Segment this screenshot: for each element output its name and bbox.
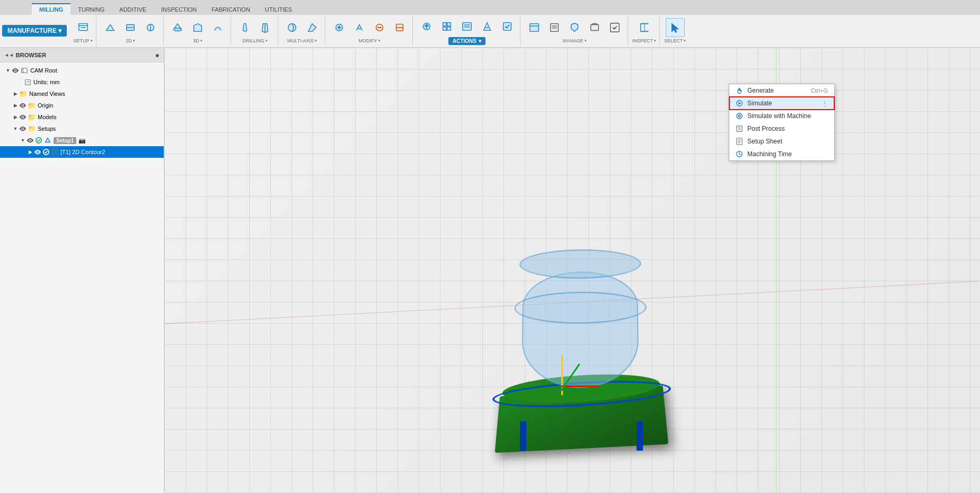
tab-additive[interactable]: ADDITIVE [112,4,154,15]
actions-icon4[interactable] [478,17,497,36]
setup-sheet-label: Setup Sheet [747,138,782,145]
machining-time-icon [736,150,743,158]
post-process-icon [736,125,743,132]
3d-icon1[interactable] [168,18,187,37]
modify-icon4[interactable] [390,18,409,37]
multiaxis-icon1[interactable] [282,18,302,37]
manage-group-label[interactable]: MANAGE▾ [562,38,586,43]
setup1-expand[interactable]: ▼ [19,138,27,143]
named-views-expand[interactable]: ▶ [12,91,19,96]
contour-eye[interactable] [34,148,41,156]
models-icon: 📁 [28,113,36,121]
dropdown-item-setup-sheet[interactable]: Setup Sheet [729,135,834,148]
tree-item-named-views[interactable]: ▶ 📁 Named Views [0,88,164,100]
actions-icon2[interactable] [437,17,456,36]
actions-dropdown: Generate Ctrl+G Simulate ⋮ Simulate with… [729,84,835,161]
actions-arrow: ▾ [479,38,481,44]
svg-rect-43 [25,79,30,85]
tab-inspection[interactable]: INSPECTION [154,4,204,15]
3d-icon2[interactable] [188,18,207,37]
3d-icon3[interactable] [208,18,227,37]
setup-group-label[interactable]: SETUP▾ [73,38,92,43]
modify-icon3[interactable] [370,18,389,37]
setups-eye[interactable] [19,125,27,132]
origin-label: Origin [38,102,53,109]
modify-icon1[interactable] [330,18,349,37]
manage-icon1[interactable] [525,18,544,37]
setup1-check[interactable] [35,137,42,144]
dropdown-item-post-process[interactable]: Post Process [729,122,834,135]
contour-expand[interactable]: ▶ [27,149,34,155]
manufacture-button[interactable]: MANUFACTURE ▾ [2,25,67,37]
toolbar: MILLING TURNING ADDITIVE INSPECTION FABR… [0,0,980,48]
manage-icon2[interactable] [545,18,564,37]
setups-expand[interactable]: ▼ [12,126,19,131]
svg-rect-20 [443,23,446,26]
svg-rect-23 [447,27,451,30]
2d-group-label[interactable]: 2D▾ [126,38,135,43]
tree-item-t1-contour[interactable]: ▶ [T1] 2D Contour2 [0,146,164,158]
select-group-label[interactable]: SELECT▾ [664,38,686,43]
2d-icon3[interactable] [141,18,160,37]
origin-eye[interactable] [19,102,27,109]
tree-item-setup1[interactable]: ▼ Setup1 📷 [0,135,164,146]
collapse-icon[interactable]: ◄◄ [4,52,14,58]
contour-check[interactable] [42,148,50,156]
drilling-group-label[interactable]: DRILLING▾ [242,38,268,43]
actions-icon1[interactable] [417,17,436,36]
models-expand[interactable]: ▶ [12,114,19,120]
multiaxis-group-label[interactable]: MULTI-AXIS▾ [287,38,317,43]
3d-object [468,239,680,451]
cam-root-expand[interactable]: ▼ [4,68,12,73]
tree-item-models[interactable]: ▶ 📁 Models [0,111,164,123]
2d-icon2[interactable] [121,18,140,37]
modify-icon2[interactable] [350,18,369,37]
tree-item-setups[interactable]: ▼ 📁 Setups [0,123,164,135]
actions-icon5[interactable] [498,17,517,36]
setup1-eye[interactable] [27,137,34,144]
svg-point-45 [22,105,24,106]
actions-button[interactable]: ACTIONS ▾ [448,37,485,45]
toolbar-group-select: SELECT▾ [661,15,689,46]
cam-root-label: CAM Root [30,67,57,74]
viewport[interactable]: Generate Ctrl+G Simulate ⋮ Simulate with… [164,48,980,493]
manage-icon3[interactable] [565,18,584,37]
select-icon[interactable] [666,18,685,37]
tree-item-cam-root[interactable]: ▼ CAM Root [0,65,164,76]
svg-marker-54 [738,102,741,104]
manage-icon4[interactable] [585,18,604,37]
drilling-icon2[interactable] [255,18,275,37]
tab-milling[interactable]: MILLING [32,3,70,15]
actions-icon3[interactable] [457,17,476,36]
tab-turning[interactable]: TURNING [70,4,112,15]
tab-fabrication[interactable]: FABRICATION [204,4,258,15]
inspect-group-label[interactable]: INSPECT▾ [632,38,656,43]
dropdown-item-machining-time[interactable]: Machining Time [729,148,834,160]
setup-icon-btn[interactable] [74,18,93,37]
models-eye[interactable] [19,113,27,121]
inspect-icon1[interactable] [635,18,654,37]
origin-expand[interactable]: ▶ [12,103,19,108]
2d-icon1[interactable] [101,18,120,37]
named-views-label: Named Views [29,91,65,97]
dropdown-item-simulate-machine[interactable]: Simulate with Machine [729,110,834,122]
simulate-dots: ⋮ [822,100,828,107]
tree-item-units: Units: mm [0,76,164,88]
setup-sheet-icon [736,138,743,145]
browser-options-icon[interactable]: ● [155,51,160,59]
manage-icon5[interactable] [605,18,624,37]
modify-group-label[interactable]: MODIFY▾ [359,38,381,43]
svg-point-9 [288,24,296,32]
tab-utilities[interactable]: UTILITIES [258,4,299,15]
setup1-chip: Setup1 [54,137,76,144]
setups-icon: 📁 [28,124,36,133]
3d-group-label[interactable]: 3D▾ [193,38,202,43]
dropdown-item-generate[interactable]: Generate Ctrl+G [729,84,834,97]
tree-item-origin[interactable]: ▶ 📁 Origin [0,100,164,111]
cam-root-eye[interactable] [12,67,19,74]
units-icon [23,78,32,86]
setup1-camera[interactable]: 📷 [78,137,86,144]
dropdown-item-simulate[interactable]: Simulate ⋮ [729,97,834,110]
drilling-icon1[interactable] [235,18,254,37]
multiaxis-icon2[interactable] [303,18,322,37]
